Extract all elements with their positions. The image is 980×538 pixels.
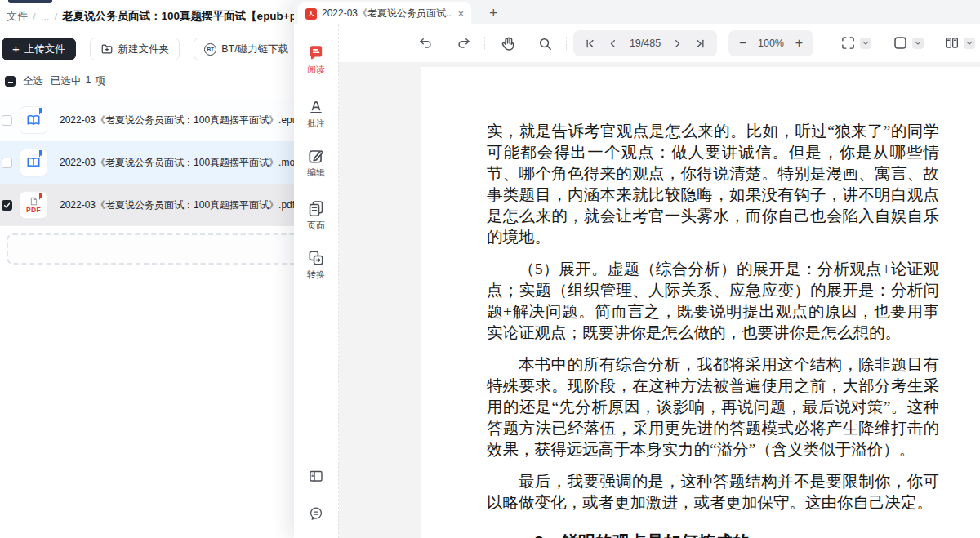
paragraph: 最后，我要强调的是，这种答题结构并不是要限制你，你可以略做变化，或者更加激进，或…: [487, 471, 939, 514]
toolbar-divider: [826, 37, 826, 50]
pdf-tab-icon: [305, 8, 317, 20]
pdf-file-icon: PDF: [20, 192, 47, 218]
sidebar-item-read[interactable]: 阅读: [294, 44, 338, 76]
bt-icon: BT: [204, 43, 216, 56]
search-button[interactable]: [537, 35, 555, 53]
feedback-bubble-icon: [308, 505, 324, 522]
fullscreen-control[interactable]: [840, 35, 871, 51]
two-page-layout-icon: [944, 35, 960, 51]
pdf-page: 实，就是告诉考官观点是怎么来的。比如，听过“狼来了”的同学可能都会得出一个观点：…: [421, 67, 980, 538]
sidebar-item-label: 页面: [307, 220, 325, 232]
chevron-down-icon[interactable]: [860, 38, 871, 49]
file-name: 2022-03《老夏说公务员面试：100真题摆平面试》.pdf: [60, 198, 295, 212]
convert-icon: [307, 249, 325, 267]
breadcrumb-current-folder: 老夏说公务员面试：100真题摆平面试【epub+pdf+m: [62, 9, 323, 24]
pages-icon: [307, 200, 325, 218]
folder-plus-icon: [100, 42, 114, 56]
upload-file-label: 上传文件: [24, 42, 65, 56]
selected-unit: 项: [95, 74, 105, 88]
new-folder-button[interactable]: 新建文件夹: [90, 38, 180, 60]
document-tab[interactable]: 2022-03《老夏说公务员面试... ×: [298, 2, 471, 24]
pdf-reader-window: 2022-03《老夏说公务员面试... × + 阅读: [294, 0, 980, 538]
zoom-level-display[interactable]: 100%: [758, 38, 784, 49]
screen: 文件 / ... / 老夏说公务员面试：100真题摆平面试【epub+pdf+m…: [0, 0, 980, 538]
sidebar-item-annotate[interactable]: 批注: [294, 98, 338, 130]
bookmark-ribbon-icon: [39, 150, 42, 158]
breadcrumb-separator: /: [33, 11, 36, 23]
window-accent-bar: [8, 0, 52, 3]
sidebar-item-label: 转换: [307, 269, 325, 281]
fullscreen-icon: [840, 35, 856, 51]
fit-page-control[interactable]: [893, 35, 924, 51]
tab-close-icon[interactable]: ×: [457, 7, 464, 20]
edit-pencil-icon: [307, 147, 325, 165]
plus-icon: +: [12, 42, 20, 55]
file-name: 2022-03《老夏说公务员面试：100真题摆平面试》.mobi: [60, 156, 302, 170]
breadcrumb-root[interactable]: 文件: [7, 9, 28, 24]
file-checkbox[interactable]: [2, 158, 12, 168]
file-checkbox[interactable]: [2, 115, 12, 126]
sidebar-item-label: 阅读: [307, 64, 325, 76]
chevron-down-icon[interactable]: [964, 38, 975, 49]
toolbar-divider: [566, 37, 567, 50]
read-icon: [307, 44, 325, 62]
pdf-label: PDF: [26, 207, 41, 214]
selected-status: 已选中 1 项: [51, 74, 105, 88]
hand-tool-button[interactable]: [499, 35, 517, 53]
chevron-down-icon[interactable]: [912, 38, 924, 49]
side-panel-icon: [308, 468, 324, 484]
fit-page-icon: [893, 35, 908, 51]
first-page-button[interactable]: [583, 37, 596, 50]
zoom-in-button[interactable]: +: [795, 37, 803, 50]
bookmark-ribbon-icon: [39, 108, 42, 115]
new-tab-button[interactable]: +: [489, 6, 498, 20]
paragraph: 实，就是告诉考官观点是怎么来的。比如，听过“狼来了”的同学可能都会得出一个观点：…: [487, 121, 939, 248]
reader-tab-bar: 2022-03《老夏说公务员面试... × +: [294, 0, 980, 24]
bt-magnet-download-button[interactable]: BT BT/磁力链下载: [194, 38, 299, 60]
select-all-checkbox[interactable]: [5, 76, 16, 87]
tab-divider: [479, 7, 479, 19]
page-text: 实，就是告诉考官观点是怎么来的。比如，听过“狼来了”的同学可能都会得出一个观点：…: [421, 67, 980, 538]
select-all-label[interactable]: 全选: [23, 74, 43, 88]
zoom-out-button[interactable]: −: [739, 37, 746, 50]
sidebar-item-pages[interactable]: 页面: [294, 200, 338, 232]
toolbar-divider: [484, 37, 485, 50]
last-page-button[interactable]: [694, 37, 707, 50]
bookmark-ribbon-icon: [39, 193, 42, 200]
upload-file-button[interactable]: + 上传文件: [2, 38, 76, 60]
previous-page-button[interactable]: [606, 37, 619, 50]
file-name: 2022-03《老夏说公务员面试：100真题摆平面试》.epub: [60, 113, 303, 127]
sidebar-item-label: 编辑: [307, 167, 325, 179]
paragraph: 本书中的所有综合分析，我都将采用这个结构，除非题目有特殊要求。现阶段，在这种方法…: [487, 354, 939, 460]
page-navigation: 19/485: [573, 30, 717, 56]
bt-download-label: BT/磁力链下载: [221, 42, 288, 56]
mobi-book-icon: [20, 149, 47, 176]
document-viewport[interactable]: 实，就是告诉考官观点是怎么来的。比如，听过“狼来了”的同学可能都会得出一个观点：…: [339, 62, 980, 538]
file-checkbox-checked[interactable]: [2, 200, 12, 211]
section-heading: 2．鲜明的观点是如何炼成的: [487, 531, 939, 538]
zoom-controls: − 100% +: [728, 30, 813, 56]
breadcrumb-separator: /: [54, 11, 57, 23]
sidebar-item-label: 批注: [307, 118, 325, 130]
page-number-display[interactable]: 19/485: [630, 38, 661, 49]
sidebar-item-edit[interactable]: 编辑: [294, 147, 338, 179]
reader-toolbar: 19/485 − 100% +: [339, 24, 980, 62]
undo-button[interactable]: [416, 35, 434, 53]
toggle-panel-button[interactable]: [294, 468, 338, 484]
reader-mode-sidebar: 阅读 批注 编辑: [294, 24, 339, 538]
feedback-button[interactable]: [294, 505, 338, 522]
tab-title: 2022-03《老夏说公务员面试...: [322, 7, 451, 20]
highlighter-icon: [307, 98, 325, 116]
breadcrumb-ellipsis[interactable]: ...: [41, 11, 50, 23]
epub-book-icon: [20, 107, 47, 133]
selection-bar: 全选 已选中 1 项: [5, 74, 105, 88]
new-folder-label: 新建文件夹: [118, 42, 170, 56]
sidebar-item-convert[interactable]: 转换: [294, 249, 338, 281]
selected-label: 已选中: [51, 74, 82, 88]
paragraph: （5）展开。虚题（综合分析）的展开是：分析观点+论证观点；实题（组织管理、人际关…: [487, 259, 939, 344]
redo-button[interactable]: [455, 35, 473, 53]
selected-count: 1: [86, 74, 91, 88]
next-page-button[interactable]: [671, 37, 684, 50]
page-layout-control[interactable]: [944, 35, 975, 51]
